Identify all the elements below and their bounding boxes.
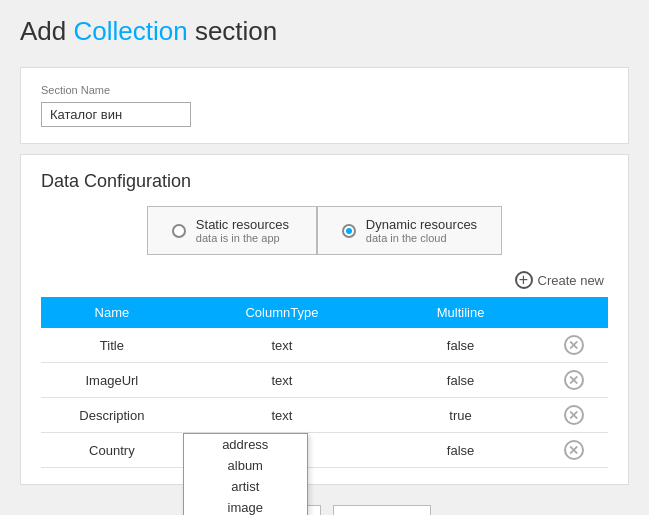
table-row: Countryaddressalbumartistimageemailphone… [41,433,608,468]
delete-icon: ✕ [564,405,584,425]
section-name-label: Section Name [41,84,608,96]
row-action[interactable]: ✕ [540,363,608,398]
row-name: ImageUrl [41,363,183,398]
col-header-multiline: Multiline [381,297,540,328]
plus-icon: + [515,271,533,289]
dynamic-resources-option[interactable]: Dynamic resources data in the cloud [317,206,502,255]
resource-options: Static resources data is in the app Dyna… [41,206,608,255]
row-multiline: false [381,433,540,468]
dropdown-item[interactable]: album [184,455,307,476]
section-name-input[interactable] [41,102,191,127]
data-config-title: Data Configuration [41,171,608,192]
row-name: Country [41,433,183,468]
dynamic-option-label: Dynamic resources [366,217,477,232]
delete-row-button[interactable]: ✕ [564,405,584,425]
create-new-row: + Create new [41,269,608,291]
create-new-label: Create new [538,273,604,288]
delete-icon: ✕ [564,370,584,390]
column-type-dropdown[interactable]: addressalbumartistimageemailphonesongtex… [183,433,308,515]
delete-icon: ✕ [564,335,584,355]
bottom-actions: Confirm Cancel [20,505,629,515]
section-name-card: Section Name [20,67,629,144]
row-multiline: true [381,398,540,433]
row-column-type[interactable]: text [183,398,381,433]
data-config-card: Data Configuration Static resources data… [20,154,629,485]
delete-row-button[interactable]: ✕ [564,440,584,460]
table-row: Descriptiontexttrue✕ [41,398,608,433]
row-action[interactable]: ✕ [540,433,608,468]
dynamic-option-sublabel: data in the cloud [366,232,477,244]
static-option-sublabel: data is in the app [196,232,289,244]
row-name: Description [41,398,183,433]
static-option-label: Static resources [196,217,289,232]
row-column-type[interactable]: text [183,328,381,363]
table-row: ImageUrltextfalse✕ [41,363,608,398]
delete-row-button[interactable]: ✕ [564,370,584,390]
col-header-type: ColumnType [183,297,381,328]
create-new-button[interactable]: + Create new [511,269,608,291]
static-resources-option[interactable]: Static resources data is in the app [147,206,317,255]
col-header-action [540,297,608,328]
row-name: Title [41,328,183,363]
row-action[interactable]: ✕ [540,328,608,363]
row-column-type[interactable]: addressalbumartistimageemailphonesongtex… [183,433,381,468]
static-radio [172,224,186,238]
row-multiline: false [381,363,540,398]
table-row: Titletextfalse✕ [41,328,608,363]
row-multiline: false [381,328,540,363]
dropdown-item[interactable]: artist [184,476,307,497]
dynamic-radio [342,224,356,238]
dropdown-item[interactable]: address [184,434,307,455]
dropdown-item[interactable]: image [184,497,307,515]
table-header-row: Name ColumnType Multiline [41,297,608,328]
page-title: Add Collection section [20,16,629,47]
data-table: Name ColumnType Multiline Titletextfalse… [41,297,608,468]
col-header-name: Name [41,297,183,328]
delete-icon: ✕ [564,440,584,460]
delete-row-button[interactable]: ✕ [564,335,584,355]
row-action[interactable]: ✕ [540,398,608,433]
row-column-type[interactable]: text [183,363,381,398]
cancel-button[interactable]: Cancel [333,505,431,515]
